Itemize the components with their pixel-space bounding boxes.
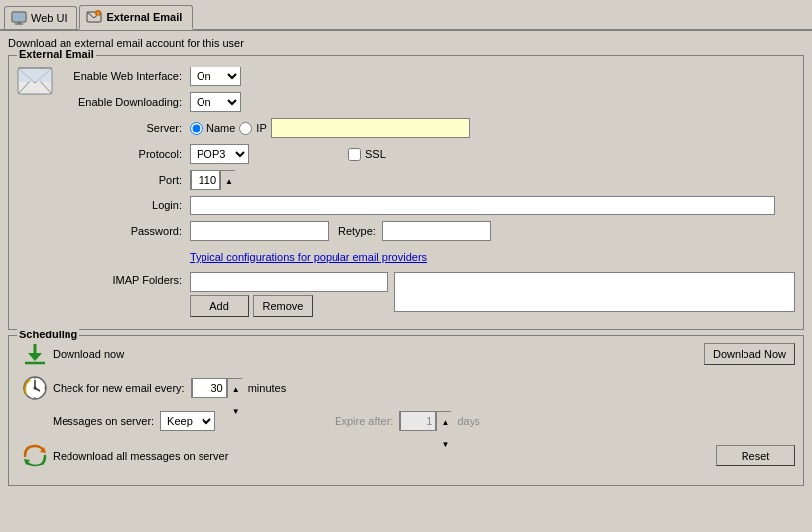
config-link-row: Typical configurations for popular email…	[61, 246, 795, 268]
login-input[interactable]	[190, 196, 775, 215]
svg-rect-11	[19, 69, 51, 82]
messages-row-content: Messages on server: Keep Delete Expire a…	[53, 411, 795, 431]
port-label: Port:	[61, 174, 190, 186]
protocol-row: Protocol: POP3 IMAP SMTP SSL	[61, 143, 795, 165]
ssl-label: SSL	[365, 148, 386, 160]
expire-after-unit: days	[457, 415, 479, 427]
enable-web-interface-control: On Off	[190, 66, 241, 86]
download-now-row: Download now Download Now	[17, 340, 795, 368]
imap-area: Add Remove	[190, 272, 795, 317]
retype-input[interactable]	[382, 221, 491, 241]
password-input[interactable]	[190, 221, 329, 241]
envelope-icon	[17, 67, 53, 97]
clock-icon	[17, 374, 53, 402]
imap-folders-row: IMAP Folders: Add Remove	[61, 272, 795, 317]
check-email-spinner: ▲ ▼	[191, 378, 242, 398]
expire-after-spinner: ▲ ▼	[399, 411, 451, 431]
port-arrows: ▲ ▼	[220, 171, 234, 189]
scheduling-group: Scheduling Download now Download Now	[8, 335, 804, 486]
enable-web-interface-label: Enable Web Interface:	[61, 70, 190, 82]
server-name-radio[interactable]	[190, 122, 203, 135]
redownload-row: Redownload all messages on server Reset	[17, 440, 795, 471]
svg-marker-14	[28, 353, 42, 361]
login-label: Login:	[61, 200, 190, 211]
expire-after-input[interactable]	[400, 411, 436, 431]
protocol-select[interactable]: POP3 IMAP SMTP	[190, 144, 249, 164]
scheduling-group-title: Scheduling	[17, 329, 79, 340]
messages-right: Expire after: ▲ ▼ days	[335, 411, 480, 431]
reset-button[interactable]: Reset	[716, 445, 795, 466]
server-value-input[interactable]	[271, 118, 470, 138]
tab-web-ui[interactable]: Web UI	[4, 6, 77, 29]
check-email-label: Check for new email every:	[53, 382, 191, 394]
download-now-button[interactable]: Download Now	[704, 343, 795, 365]
tab-external-email-label: External Email	[106, 11, 182, 23]
server-control: Name IP	[190, 118, 470, 138]
tab-web-ui-label: Web UI	[31, 12, 67, 24]
messages-on-server-select[interactable]: Keep Delete	[160, 411, 215, 431]
server-row: Server: Name IP	[61, 117, 795, 139]
svg-point-19	[34, 387, 37, 390]
web-ui-icon	[11, 10, 27, 26]
password-label: Password:	[61, 225, 190, 237]
check-email-arrows: ▲ ▼	[227, 379, 241, 397]
port-up-arrow[interactable]: ▲	[221, 171, 237, 193]
tab-bar: Web UI ! External Email	[0, 0, 812, 31]
expire-after-label: Expire after:	[335, 415, 393, 427]
external-email-icon: !	[86, 9, 102, 25]
port-row: Port: ▲ ▼	[61, 169, 795, 191]
enable-web-interface-select[interactable]: On Off	[190, 66, 241, 86]
enable-downloading-row: Enable Downloading: On Off	[61, 91, 795, 113]
imap-folder-input[interactable]	[190, 272, 388, 292]
external-email-group: External Email Enable Web Interface:	[8, 55, 804, 330]
redownload-label: Redownload all messages on server	[53, 450, 716, 462]
check-email-unit: minutes	[248, 382, 287, 394]
retype-label: Retype:	[338, 225, 376, 237]
imap-remove-button[interactable]: Remove	[253, 295, 313, 317]
enable-downloading-label: Enable Downloading:	[61, 96, 190, 108]
svg-rect-3	[13, 13, 25, 21]
main-content: Download an external email account for t…	[0, 31, 812, 498]
config-link[interactable]: Typical configurations for popular email…	[190, 251, 427, 263]
check-email-up-arrow[interactable]: ▲	[228, 379, 244, 401]
messages-left: Messages on server: Keep Delete	[53, 411, 215, 431]
protocol-label: Protocol:	[61, 148, 190, 160]
port-spinner: ▲ ▼	[190, 170, 235, 190]
expire-after-arrows: ▲ ▼	[436, 412, 450, 430]
check-email-input[interactable]	[192, 378, 227, 398]
external-email-group-title: External Email	[17, 48, 96, 60]
protocol-control: POP3 IMAP SMTP SSL	[190, 144, 386, 164]
login-row: Login:	[61, 195, 795, 216]
server-label: Server:	[61, 122, 190, 134]
server-ip-radio[interactable]	[239, 122, 252, 135]
expire-up-arrow[interactable]: ▲	[437, 412, 453, 434]
imap-add-button[interactable]: Add	[190, 295, 249, 317]
download-now-icon	[17, 340, 53, 368]
reload-icon	[17, 440, 53, 471]
page-description: Download an external email account for t…	[8, 37, 804, 49]
imap-left: Add Remove	[190, 272, 388, 317]
ssl-group: SSL	[348, 148, 386, 161]
server-ip-radio-label: IP	[256, 122, 266, 134]
check-email-row: Check for new email every: ▲ ▼ minutes	[17, 374, 795, 402]
messages-server-row: Messages on server: Keep Delete Expire a…	[17, 408, 795, 434]
enable-web-interface-row: Enable Web Interface: On Off	[61, 66, 795, 87]
enable-downloading-control: On Off	[190, 92, 241, 112]
enable-downloading-select[interactable]: On Off	[190, 92, 241, 112]
password-row: Password: Retype:	[61, 220, 795, 242]
download-now-label: Download now	[53, 348, 704, 360]
server-name-radio-label: Name	[206, 122, 235, 134]
port-input[interactable]	[191, 170, 220, 190]
ssl-checkbox[interactable]	[348, 148, 361, 161]
imap-buttons: Add Remove	[190, 295, 388, 317]
imap-folders-label: IMAP Folders:	[61, 272, 190, 286]
messages-on-server-label: Messages on server:	[53, 415, 154, 427]
imap-folder-list	[394, 272, 795, 312]
tab-external-email[interactable]: ! External Email	[79, 5, 193, 30]
